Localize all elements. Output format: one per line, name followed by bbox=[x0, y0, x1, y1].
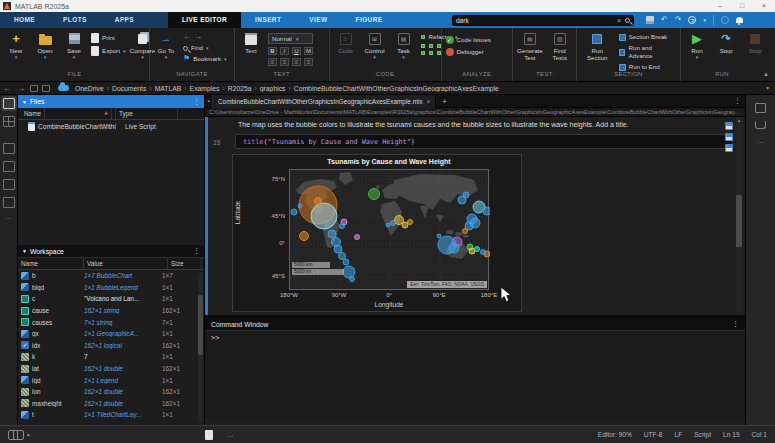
step-button[interactable]: ↷Step bbox=[714, 31, 738, 54]
file-row[interactable]: CombineBubbleChartWithO... Live Script bbox=[18, 120, 204, 133]
history-icon[interactable] bbox=[3, 179, 15, 190]
breadcrumb-segment[interactable]: MATLAB bbox=[153, 85, 184, 92]
undo-icon[interactable]: ↶ bbox=[661, 15, 668, 25]
monospace-button[interactable]: M bbox=[304, 47, 313, 55]
save-icon[interactable] bbox=[646, 16, 654, 24]
editor-scrollbar-thumb[interactable] bbox=[736, 195, 742, 247]
new-tab-button[interactable]: + bbox=[436, 97, 453, 106]
keyboard-caret-icon[interactable]: ▲ bbox=[26, 432, 30, 437]
print-button[interactable]: Print bbox=[91, 33, 125, 43]
search-clear-icon[interactable]: × bbox=[617, 17, 621, 24]
align-left-button[interactable]: ≡ bbox=[268, 58, 277, 66]
workspace-row-lat[interactable]: lat162×1 double162×1 bbox=[18, 363, 204, 375]
tab-live-editor[interactable]: LIVE EDITOR bbox=[168, 12, 241, 28]
find-tests-button[interactable]: ▥Find Tests bbox=[548, 31, 572, 61]
breadcrumb-segment[interactable]: R2025a bbox=[226, 85, 254, 92]
panels-icon[interactable] bbox=[3, 143, 15, 154]
workspace-row-lgd[interactable]: lgd1×1 Legend1×1 bbox=[18, 374, 204, 386]
control-button[interactable]: ⊞Control▾ bbox=[363, 31, 387, 61]
editor-canvas[interactable]: 19 The map uses the bubble colors to ill… bbox=[205, 117, 745, 315]
command-window-header[interactable]: Command Window ⋮ bbox=[205, 318, 745, 331]
help-icon[interactable]: ? bbox=[688, 16, 696, 24]
tab-view[interactable]: VIEW bbox=[295, 12, 341, 28]
workspace-panel-icon[interactable] bbox=[3, 161, 15, 172]
search-input[interactable]: dark bbox=[456, 17, 617, 24]
tab-home[interactable]: HOME bbox=[0, 12, 49, 28]
snippet-icon-2[interactable] bbox=[429, 44, 433, 48]
workspace-row-cause[interactable]: cause162×1 string162×1 bbox=[18, 305, 204, 317]
breadcrumb-segment[interactable]: Examples bbox=[188, 85, 222, 92]
files-panel-menu-icon[interactable]: ⋮ bbox=[193, 98, 200, 106]
tab-figure[interactable]: FIGURE bbox=[342, 12, 397, 28]
find-button[interactable]: Find▾ bbox=[183, 44, 227, 52]
workspace-row-lon[interactable]: lon162×1 double162×1 bbox=[18, 386, 204, 398]
underline-button[interactable]: U bbox=[292, 47, 301, 55]
geographic-axes[interactable]: 5000 km 5000 mi Esri, TomTom, FAO, NOAA,… bbox=[289, 169, 489, 290]
redo-icon[interactable]: ↷ bbox=[675, 15, 682, 25]
workspace-row-causes[interactable]: causes7×1 string7×1 bbox=[18, 316, 204, 328]
breadcrumb-segment[interactable]: Documents bbox=[110, 85, 148, 92]
files-col-type[interactable]: Type bbox=[116, 108, 178, 119]
section-break-button[interactable]: Section Break bbox=[619, 33, 676, 41]
files-panel-icon[interactable] bbox=[3, 98, 15, 109]
run-and-advance-button[interactable]: Run and Advance bbox=[619, 44, 676, 60]
restore-pane-icon[interactable]: ▪ bbox=[205, 95, 213, 108]
workspace-panel-header[interactable]: ▼ Workspace ⋮ bbox=[18, 245, 204, 258]
stop-button[interactable]: Stop bbox=[743, 31, 767, 54]
code-issues-button[interactable]: ✓Code Issues bbox=[446, 36, 491, 44]
align-right-button[interactable]: ≡ bbox=[292, 58, 301, 66]
workspace-col-size[interactable]: Size bbox=[168, 258, 202, 269]
run-section-button[interactable]: Run Section bbox=[581, 31, 614, 61]
bookmark-button[interactable]: ⚑Bookmark▾ bbox=[183, 55, 227, 63]
workspace-row-k[interactable]: k71×1 bbox=[18, 351, 204, 363]
more-tools-icon[interactable]: … bbox=[746, 137, 775, 144]
align-center-button[interactable]: ≡ bbox=[280, 58, 289, 66]
editor-tab[interactable]: CombineBubbleChartWithOtherGraphicsInGeo… bbox=[213, 95, 436, 108]
help-dropdown-icon[interactable]: ▾ bbox=[703, 17, 706, 23]
search-box[interactable]: dark × bbox=[452, 15, 634, 26]
breadcrumb-segment[interactable]: graphics bbox=[258, 85, 288, 92]
account-icon[interactable] bbox=[721, 16, 729, 24]
nav-back-icon[interactable]: ← bbox=[3, 84, 11, 93]
search-icon[interactable] bbox=[625, 18, 630, 23]
open-button[interactable]: Open▾ bbox=[33, 31, 57, 61]
snippet-icon-6[interactable] bbox=[437, 51, 441, 55]
tab-apps[interactable]: APPS bbox=[101, 12, 148, 28]
snippet-icon-5[interactable] bbox=[429, 51, 433, 55]
new-button[interactable]: +New▾ bbox=[4, 31, 28, 61]
snippet-icon-3[interactable] bbox=[437, 44, 441, 48]
run-to-end-button[interactable]: Run to End bbox=[619, 63, 676, 71]
output-thumbnail-icon[interactable] bbox=[725, 122, 733, 130]
figure-output[interactable]: Tsunamis by Cause and Wave Height Latitu… bbox=[232, 154, 522, 312]
bold-button[interactable]: B bbox=[268, 47, 277, 55]
task-button[interactable]: ▤Task▾ bbox=[392, 31, 416, 61]
workspace-panel-menu-icon[interactable]: ⋮ bbox=[193, 247, 200, 255]
new-folder-icon[interactable] bbox=[30, 85, 38, 92]
command-window-menu-icon[interactable]: ⋮ bbox=[732, 320, 739, 328]
tab-plots[interactable]: PLOTS bbox=[49, 12, 101, 28]
code-button[interactable]: ≡Code bbox=[334, 31, 358, 54]
command-window[interactable]: >> bbox=[205, 331, 745, 419]
goto-button[interactable]: →Go To▾ bbox=[154, 31, 178, 61]
workspace-row-gx[interactable]: gx1×1 GeographicA...1×1 bbox=[18, 328, 204, 340]
breadcrumb-dropdown-icon[interactable]: ▾ bbox=[766, 85, 775, 91]
run-button[interactable]: ▶Run▾ bbox=[685, 31, 709, 61]
breadcrumb-segment[interactable]: OneDrive bbox=[73, 85, 106, 92]
compare-panel-icon[interactable] bbox=[755, 103, 766, 113]
workspace-row-c[interactable]: c"Volcano and Lan...1×1 bbox=[18, 293, 204, 305]
back-icon[interactable]: ← bbox=[183, 33, 191, 41]
snippet-icon-4[interactable] bbox=[421, 51, 425, 55]
profiler-icon[interactable] bbox=[755, 121, 766, 129]
live-script-text[interactable]: The map uses the bubble colors to illust… bbox=[238, 121, 733, 128]
collapse-caret-icon[interactable]: ▼ bbox=[22, 99, 27, 105]
text-style-dropdown[interactable]: Normal▾ bbox=[268, 33, 313, 44]
breadcrumb-segment[interactable]: CombineBubbleChartWithOtherGraphicsInGeo… bbox=[292, 85, 501, 92]
generate-test-button[interactable]: ▤Generate Test bbox=[517, 31, 543, 61]
code-block[interactable]: title("Tsunamis by Cause and Wave Height… bbox=[235, 134, 733, 149]
files-col-name[interactable]: Name+ bbox=[18, 108, 116, 119]
text-button[interactable]: Text bbox=[239, 31, 263, 54]
snippet-icon-1[interactable] bbox=[421, 44, 425, 48]
collapse-caret-icon[interactable]: ▼ bbox=[22, 248, 27, 254]
apps-grid-icon[interactable] bbox=[3, 116, 15, 127]
nav-forward-icon[interactable]: → bbox=[17, 84, 25, 93]
